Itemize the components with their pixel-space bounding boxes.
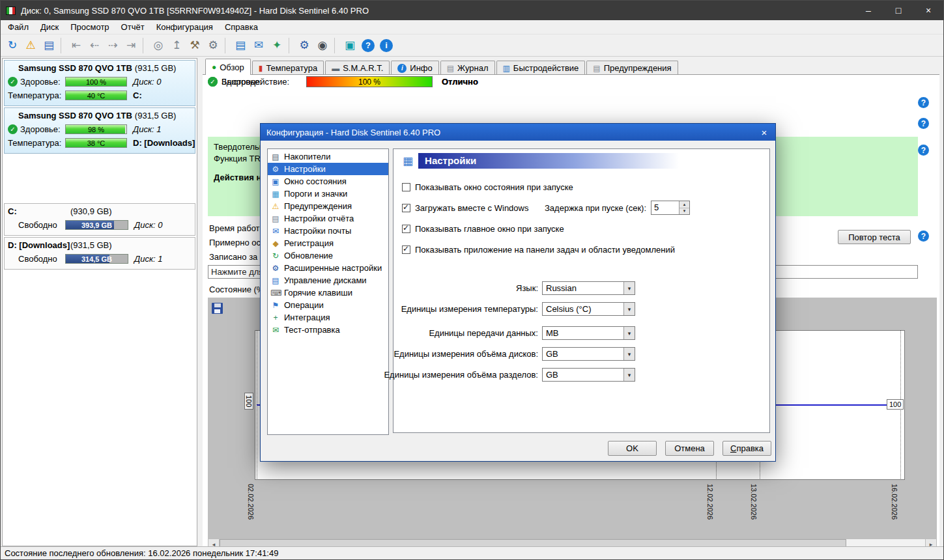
partition-card[interactable]: D: [Downloads](931,5 GB) Свободно 314,5 … bbox=[4, 237, 195, 270]
dialog-close-icon[interactable]: × bbox=[753, 124, 775, 141]
help-icon[interactable]: ? bbox=[362, 39, 375, 52]
disk-management-icon: ▤ bbox=[270, 276, 281, 285]
info-icon[interactable]: i bbox=[380, 39, 393, 52]
tab-temperature[interactable]: ▮ Температура bbox=[252, 61, 324, 75]
refresh-icon[interactable]: ↻ bbox=[4, 37, 21, 54]
retest-button[interactable]: Повтор теста bbox=[838, 230, 911, 244]
tab-icon: ● bbox=[212, 63, 216, 71]
nav-settings[interactable]: ⚙ Настройки bbox=[268, 163, 388, 175]
menu-configuration[interactable]: Конфигурация bbox=[150, 21, 219, 33]
menu-view[interactable]: Просмотр bbox=[64, 21, 115, 33]
help-icon[interactable]: ? bbox=[918, 118, 929, 129]
tab-overview[interactable]: ● Обзор bbox=[205, 59, 251, 75]
status-window-icon: ▣ bbox=[270, 177, 281, 186]
nav-mail-settings[interactable]: ✉ Настройки почты bbox=[268, 225, 388, 237]
help-icon[interactable]: ? bbox=[918, 231, 929, 242]
integration-icon: + bbox=[270, 313, 281, 322]
next-disk-icon[interactable]: ⇢ bbox=[104, 37, 121, 54]
tab-performance[interactable]: ▥ Быстродействие bbox=[496, 61, 586, 75]
mail-icon[interactable]: ✉ bbox=[250, 37, 267, 54]
nav-hotkeys[interactable]: ⌨ Горячие клавиши bbox=[268, 287, 388, 299]
settings-checkbox[interactable]: ✓ Показывать окно состояния при запуске bbox=[402, 180, 675, 193]
chevron-down-icon: ▾ bbox=[623, 348, 635, 360]
eject-icon[interactable]: ↥ bbox=[168, 37, 185, 54]
delay-spinner[interactable]: 5 ▴ ▾ bbox=[651, 201, 690, 215]
partition-size-unit-select[interactable]: GB ▾ bbox=[542, 368, 635, 382]
nav-integration[interactable]: + Интеграция bbox=[268, 311, 388, 324]
help-icon[interactable]: ? bbox=[918, 97, 929, 108]
spin-up-icon[interactable]: ▴ bbox=[679, 201, 689, 208]
help-icon[interactable]: ? bbox=[918, 145, 929, 156]
disk-summary-card[interactable]: Samsung SSD 870 QVO 1TB(931,5 GB) ✓Здоро… bbox=[4, 107, 195, 154]
tab-alerts[interactable]: ▤ Предупреждения bbox=[586, 61, 678, 75]
disc-icon[interactable]: ◎ bbox=[150, 37, 167, 54]
last-disk-icon[interactable]: ⇥ bbox=[122, 37, 139, 54]
nav-drives[interactable]: ▤ Накопители bbox=[268, 150, 388, 163]
nav-thresholds[interactable]: ▦ Пороги и значки bbox=[268, 188, 388, 200]
spin-down-icon[interactable]: ▾ bbox=[679, 208, 689, 215]
dialog-title-bar[interactable]: Конфигурация - Hard Disk Sentinel 6.40 P… bbox=[261, 124, 775, 141]
settings-checkbox[interactable]: ✓ Показывать главное окно при запуске bbox=[402, 222, 675, 235]
toolbar-separator[interactable] bbox=[143, 38, 147, 53]
network-icon[interactable]: ✦ bbox=[268, 37, 285, 54]
nav-alerts[interactable]: ⚠ Предупреждения bbox=[268, 200, 388, 212]
disk-menu-icon[interactable]: ⚙ bbox=[205, 37, 222, 54]
menu-report[interactable]: Отчёт bbox=[115, 21, 150, 33]
checkbox-box[interactable]: ✓ bbox=[402, 225, 410, 233]
nav-report-settings[interactable]: ▤ Настройки отчёта bbox=[268, 212, 388, 225]
free-label: Свободно bbox=[18, 254, 57, 264]
partition-card[interactable]: C:(930,9 GB) Свободно 393,9 GB Диск: 0 bbox=[4, 203, 195, 236]
ok-check-icon: ✓ bbox=[8, 124, 18, 134]
disk-title: Samsung SSD 870 QVO 1TB(931,5 GB) bbox=[8, 111, 192, 120]
toolbar-separator[interactable] bbox=[61, 38, 64, 53]
disk-number: Диск: 0 bbox=[134, 220, 162, 230]
disk-summary-card[interactable]: Samsung SSD 870 QVO 1TB(931,5 GB) ✓Здоро… bbox=[4, 60, 195, 106]
close-button[interactable]: × bbox=[913, 1, 943, 20]
cancel-button[interactable]: Отмена bbox=[665, 441, 714, 456]
health-row: ✓Здоровье: 100 % Диск: 0 bbox=[8, 75, 192, 89]
checkbox-box[interactable]: ✓ bbox=[402, 245, 410, 254]
ok-button[interactable]: OK bbox=[608, 441, 657, 456]
temperature-unit-select[interactable]: Celsius (°C) ▾ bbox=[542, 302, 635, 316]
nav-advanced-settings[interactable]: ⚙ Расширенные настройки bbox=[268, 262, 388, 274]
checkbox-box[interactable]: ✓ bbox=[402, 204, 410, 212]
menu-help[interactable]: Справка bbox=[219, 21, 264, 33]
data-unit-select[interactable]: MB ▾ bbox=[542, 326, 635, 340]
nav-disk-management[interactable]: ▤ Управление дисками bbox=[268, 274, 388, 287]
help-button[interactable]: Справка bbox=[722, 441, 771, 456]
tab-smart[interactable]: ▬ S.M.A.R.T. bbox=[325, 61, 390, 75]
panels-icon[interactable]: ▤ bbox=[232, 37, 249, 54]
tab-info[interactable]: i Инфо bbox=[391, 61, 438, 75]
partition-name: D: [Downloads] bbox=[8, 240, 70, 250]
nav-update[interactable]: ↻ Обновление bbox=[268, 249, 388, 262]
settings-checkbox[interactable]: ✓ Показывать приложение на панели задач … bbox=[402, 243, 675, 256]
report-icon[interactable]: ▤ bbox=[40, 37, 57, 54]
prev-disk-icon[interactable]: ⇠ bbox=[86, 37, 103, 54]
menu-disk[interactable]: Диск bbox=[35, 21, 64, 33]
chart-section-label: Состояние (% bbox=[209, 285, 264, 294]
checkbox-box[interactable]: ✓ bbox=[402, 183, 410, 191]
tab-log[interactable]: ▤ Журнал bbox=[440, 61, 495, 75]
scan-warning-icon[interactable]: ⚠ bbox=[22, 37, 39, 54]
toolbar-separator[interactable] bbox=[289, 38, 293, 53]
first-disk-icon[interactable]: ⇤ bbox=[68, 37, 85, 54]
health-label: Здоровье: bbox=[20, 77, 61, 87]
tools-icon[interactable]: ⚒ bbox=[186, 37, 203, 54]
save-icon[interactable] bbox=[212, 303, 223, 314]
free-space-value: 393,9 GB bbox=[66, 221, 128, 229]
minimize-button[interactable]: – bbox=[853, 1, 883, 20]
config-category-label: Операции bbox=[284, 300, 324, 310]
screenshot-icon[interactable]: ▣ bbox=[341, 37, 358, 54]
maximize-button[interactable]: □ bbox=[883, 1, 913, 20]
menu-file[interactable]: Файл bbox=[2, 21, 35, 33]
toolbar-separator[interactable] bbox=[225, 38, 229, 53]
language-select[interactable]: Russian ▾ bbox=[542, 281, 635, 295]
nav-status-window[interactable]: ▣ Окно состояния bbox=[268, 175, 388, 188]
toolbar-separator[interactable] bbox=[334, 38, 338, 53]
preferences-icon[interactable]: ◉ bbox=[314, 37, 331, 54]
settings-icon[interactable]: ⚙ bbox=[296, 37, 313, 54]
nav-registration[interactable]: ◆ Регистрация bbox=[268, 237, 388, 249]
nav-operations[interactable]: ⚑ Операции bbox=[268, 299, 388, 311]
disk-size-unit-select[interactable]: GB ▾ bbox=[542, 347, 635, 361]
nav-test-send[interactable]: ✉ Тест-отправка bbox=[268, 324, 388, 336]
